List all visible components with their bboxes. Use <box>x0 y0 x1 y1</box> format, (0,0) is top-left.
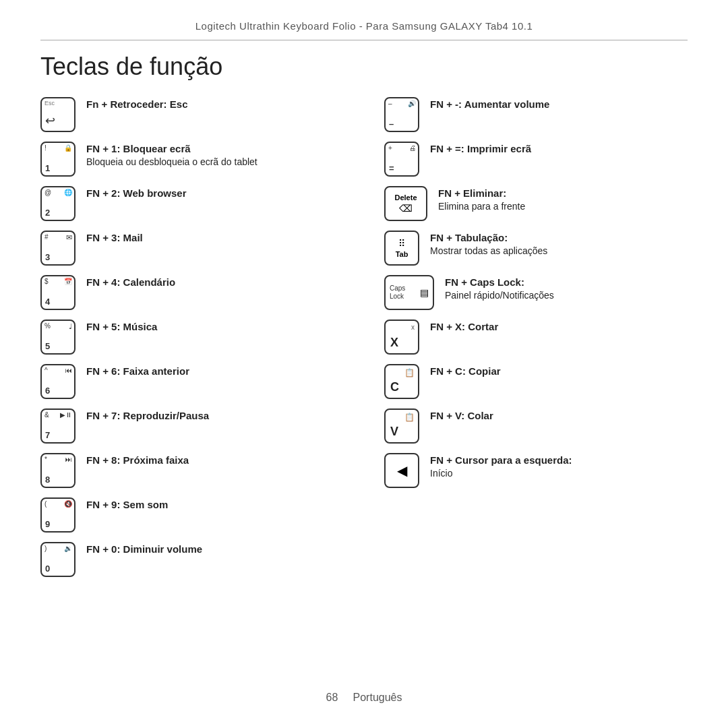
fn-label-caps: FN + Caps Lock: <box>445 275 554 289</box>
key3-topright: ✉ <box>66 233 72 242</box>
key7-topright: ▶⏸ <box>60 411 72 419</box>
key-8: * ⏭ 8 <box>40 453 75 488</box>
key-minus: – 🔊 – <box>384 97 419 132</box>
fn-desc-plus: FN + =: Imprimir ecrã <box>430 142 531 156</box>
fn-sublabel-caps: Painel rápido/Notificações <box>445 289 554 303</box>
fn-label-tab: FN + Tabulação: <box>430 231 547 245</box>
fn-row-7: & ▶⏸ 7 FN + 7: Reproduzir/Pausa <box>40 408 344 444</box>
caps-line2: Lock <box>390 293 405 301</box>
letter-x: X <box>390 336 398 350</box>
key0-num: 0 <box>45 564 50 574</box>
key5-num: 5 <box>45 341 50 351</box>
keyplus-topright: 🖨 <box>409 144 416 152</box>
fn-row-5: % ♩ 5 FN + 5: Música <box>40 320 344 355</box>
fn-desc-7: FN + 7: Reproduzir/Pausa <box>86 408 209 423</box>
right-column: – 🔊 – FN + -: Aumentar volume + 🖨 = FN +… <box>384 97 688 586</box>
fn-label-delete: FN + Eliminar: <box>438 186 525 200</box>
key-2: @ 🌐 2 <box>40 186 75 221</box>
fn-desc-v: FN + V: Colar <box>430 408 493 423</box>
fn-label-1: FN + 1: Bloquear ecrã <box>86 142 257 156</box>
key-arrow-left: ◀ <box>384 453 419 488</box>
fn-desc-delete: FN + Eliminar: Elimina para a frente <box>438 186 525 214</box>
key-0: ) 🔉 0 <box>40 542 75 577</box>
key1-topright: 🔒 <box>64 144 72 152</box>
fn-desc-x: FN + X: Cortar <box>430 320 498 334</box>
fn-sublabel-tab: Mostrar todas as aplicações <box>430 245 547 258</box>
key8-topleft: * <box>44 456 47 463</box>
key9-topright: 🔇 <box>64 500 72 508</box>
fn-row-4: $ 📅 4 FN + 4: Calendário <box>40 275 344 310</box>
left-column: Esc ↩ Fn + Retroceder: Esc ! 🔒 1 FN + 1:… <box>40 97 344 586</box>
fn-desc-6: FN + 6: Faixa anterior <box>86 364 189 378</box>
footer-lang: Português <box>353 692 402 703</box>
fn-label-c: FN + C: Copiar <box>430 364 501 378</box>
fn-desc-8: FN + 8: Próxima faixa <box>86 453 189 467</box>
key-3: # ✉ 3 <box>40 231 75 266</box>
fn-row-6: ^ ⏮ 6 FN + 6: Faixa anterior <box>40 364 344 399</box>
fn-label-x: FN + X: Cortar <box>430 320 498 334</box>
key-delete: Delete ⌫ <box>384 186 427 221</box>
fn-row-8: * ⏭ 8 FN + 8: Próxima faixa <box>40 453 344 488</box>
page: Logitech Ultrathin Keyboard Folio - Para… <box>0 0 728 728</box>
fn-label-4: FN + 4: Calendário <box>86 275 175 289</box>
key3-topleft: # <box>44 233 49 241</box>
tab-grid-icon: ⠿ <box>398 238 405 249</box>
letter-c: C <box>390 380 399 394</box>
fn-sublabel-1: Bloqueia ou desbloqueia o ecrã do tablet <box>86 156 257 169</box>
key-7: & ▶⏸ 7 <box>40 408 75 444</box>
fn-label-7: FN + 7: Reproduzir/Pausa <box>86 408 209 423</box>
esc-label: Esc <box>44 100 55 107</box>
key3-num: 3 <box>45 252 50 262</box>
key0-topright: 🔉 <box>64 545 72 552</box>
fn-desc-4: FN + 4: Calendário <box>86 275 175 289</box>
section-title: Teclas de função <box>40 53 688 81</box>
tab-label: Tab <box>396 250 408 258</box>
fn-row-delete: Delete ⌫ FN + Eliminar: Elimina para a f… <box>384 186 688 221</box>
key5-topleft: % <box>44 322 51 330</box>
key-9: ( 🔇 9 <box>40 497 75 533</box>
fn-sublabel-arrow: Início <box>430 467 572 481</box>
key9-topleft: ( <box>44 500 47 508</box>
letter-v: V <box>390 425 398 439</box>
fn-label-minus: FN + -: Aumentar volume <box>430 97 549 111</box>
fn-desc-c: FN + C: Copiar <box>430 364 501 378</box>
caps-icon: ▤ <box>420 287 429 298</box>
fn-label-arrow: FN + Cursor para a esquerda: <box>430 453 572 467</box>
fn-desc-3: FN + 3: Mail <box>86 231 143 245</box>
caps-line1: Caps <box>390 284 405 293</box>
key-c: C 📋 <box>384 364 419 399</box>
letter-x-sup: x <box>411 324 415 331</box>
key-tab: ⠿ Tab <box>384 231 419 266</box>
key5-topright: ♩ <box>69 322 72 331</box>
delete-label: Delete <box>394 193 417 202</box>
doc-title: Logitech Ultrathin Keyboard Folio - Para… <box>40 20 688 40</box>
fn-label-plus: FN + =: Imprimir ecrã <box>430 142 531 156</box>
key-6: ^ ⏮ 6 <box>40 364 75 399</box>
fn-row-c: C 📋 FN + C: Copiar <box>384 364 688 399</box>
key2-num: 2 <box>45 208 50 218</box>
delete-icon: ⌫ <box>399 203 413 214</box>
keyplus-main: = <box>389 163 394 173</box>
fn-row-minus: – 🔊 – FN + -: Aumentar volume <box>384 97 688 132</box>
key4-topright: 📅 <box>64 278 72 285</box>
key-v: V 📋 <box>384 408 419 444</box>
arrow-left-icon: ◀ <box>397 462 407 479</box>
keyminus-topleft: – <box>388 100 392 107</box>
fn-row-plus: + 🖨 = FN + =: Imprimir ecrã <box>384 142 688 177</box>
fn-row-arrow: ◀ FN + Cursor para a esquerda: Início <box>384 453 688 488</box>
key8-topright: ⏭ <box>65 456 72 463</box>
footer-page: 68 <box>326 692 338 703</box>
keyminus-main: – <box>389 119 394 129</box>
fn-label-v: FN + V: Colar <box>430 408 493 423</box>
footer: 68 Português <box>0 692 728 704</box>
content-grid: Esc ↩ Fn + Retroceder: Esc ! 🔒 1 FN + 1:… <box>40 97 688 586</box>
key-5: % ♩ 5 <box>40 320 75 355</box>
key7-num: 7 <box>45 430 50 440</box>
key6-num: 6 <box>45 386 50 396</box>
fn-row-caps: Caps Lock ▤ FN + Caps Lock: Painel rápid… <box>384 275 688 310</box>
key-4: $ 📅 4 <box>40 275 75 310</box>
fn-label-5: FN + 5: Música <box>86 320 157 334</box>
key0-topleft: ) <box>44 545 47 552</box>
fn-desc-arrow: FN + Cursor para a esquerda: Início <box>430 453 572 481</box>
letter-c-sup: 📋 <box>404 368 415 377</box>
